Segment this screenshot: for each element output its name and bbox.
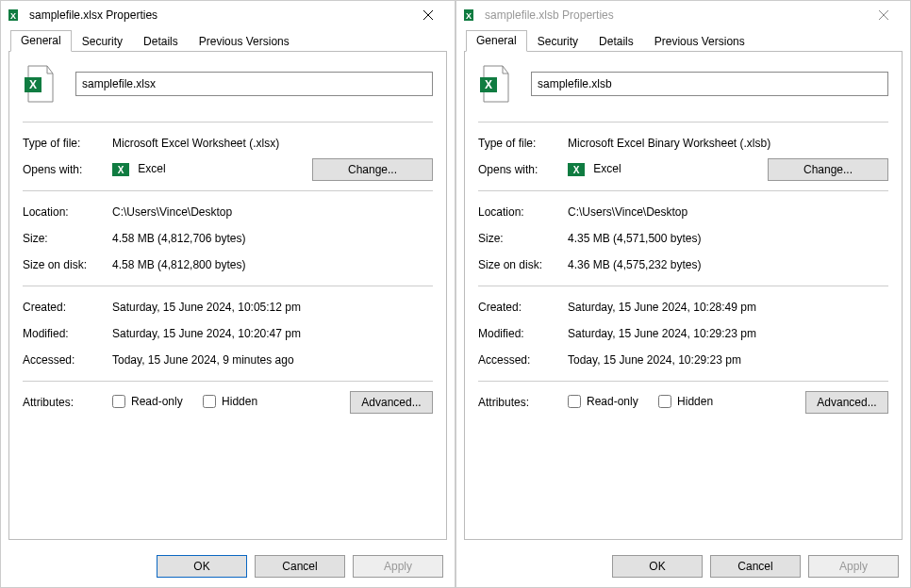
hidden-checkbox-label: Hidden (677, 394, 713, 409)
cancel-button[interactable]: Cancel (710, 555, 801, 578)
svg-text:X: X (29, 78, 37, 91)
opens-with-label: Opens with: (23, 162, 112, 177)
hidden-checkbox-input[interactable] (203, 395, 216, 408)
size-label: Size: (23, 231, 112, 246)
accessed-value: Today, 15 June 2024, 10:29:23 pm (568, 352, 888, 368)
close-icon (423, 10, 433, 20)
filename-input[interactable] (75, 72, 433, 96)
tab-general[interactable]: General (10, 30, 72, 52)
change-button[interactable]: Change... (312, 158, 433, 181)
tab-details[interactable]: Details (588, 31, 644, 52)
accessed-value: Today, 15 June 2024, 9 minutes ago (112, 352, 433, 368)
opens-with-label: Opens with: (478, 162, 568, 177)
tab-previous-versions[interactable]: Previous Versions (644, 31, 755, 52)
type-value: Microsoft Excel Worksheet (.xlsx) (112, 136, 433, 151)
attributes-label: Attributes: (23, 395, 112, 410)
tab-previous-versions[interactable]: Previous Versions (189, 31, 300, 52)
excel-file-icon: X (8, 8, 24, 23)
created-value: Saturday, 15 June 2024, 10:28:49 pm (568, 300, 888, 315)
change-button[interactable]: Change... (768, 158, 888, 181)
hidden-checkbox-label: Hidden (222, 394, 257, 409)
excel-document-icon: X (478, 65, 512, 103)
size-on-disk-value: 4.36 MB (4,575,232 bytes) (568, 257, 888, 272)
created-value: Saturday, 15 June 2024, 10:05:12 pm (112, 300, 433, 315)
attributes-label: Attributes: (478, 395, 568, 410)
type-label: Type of file: (478, 136, 568, 151)
tab-panel-general: X Type of file: Microsoft Excel Binary W… (464, 52, 903, 540)
window-title: samplefile.xlsx Properties (29, 8, 409, 22)
size-on-disk-label: Size on disk: (23, 257, 112, 272)
dialog-footer: OK Cancel Apply (456, 547, 910, 587)
ok-button[interactable]: OK (157, 555, 247, 578)
readonly-checkbox[interactable]: Read-only (568, 394, 638, 409)
opens-with-value: X Excel (112, 161, 312, 178)
tab-details[interactable]: Details (133, 31, 189, 52)
readonly-checkbox-label: Read-only (131, 394, 183, 409)
hidden-checkbox[interactable]: Hidden (203, 394, 257, 409)
tab-bar: General Security Details Previous Versio… (456, 29, 910, 52)
modified-label: Modified: (478, 326, 568, 341)
excel-app-icon: X (568, 161, 585, 178)
close-icon (879, 10, 888, 20)
dialog-footer: OK Cancel Apply (1, 547, 455, 587)
created-label: Created: (478, 300, 568, 315)
properties-dialog: X samplefile.xlsx Properties General Sec… (0, 0, 456, 588)
titlebar: X samplefile.xlsb Properties (456, 1, 910, 29)
close-button[interactable] (409, 2, 447, 28)
location-label: Location: (478, 204, 568, 220)
modified-value: Saturday, 15 June 2024, 10:29:23 pm (568, 326, 888, 341)
readonly-checkbox-input[interactable] (112, 395, 125, 408)
size-on-disk-value: 4.58 MB (4,812,800 bytes) (112, 257, 433, 272)
type-label: Type of file: (23, 136, 112, 151)
location-value: C:\Users\Vince\Desktop (112, 204, 433, 220)
excel-document-icon: X (23, 65, 57, 103)
cancel-button[interactable]: Cancel (255, 555, 345, 578)
type-value: Microsoft Excel Binary Worksheet (.xlsb) (568, 136, 888, 151)
hidden-checkbox-input[interactable] (658, 395, 671, 408)
excel-app-icon: X (112, 161, 129, 178)
hidden-checkbox[interactable]: Hidden (658, 394, 713, 409)
svg-text:X: X (466, 11, 472, 21)
modified-label: Modified: (23, 326, 112, 341)
accessed-label: Accessed: (23, 352, 112, 368)
close-button[interactable] (865, 2, 903, 28)
tab-bar: General Security Details Previous Versio… (1, 29, 455, 52)
tab-security[interactable]: Security (527, 31, 588, 52)
location-value: C:\Users\Vince\Desktop (568, 204, 888, 220)
svg-text:X: X (485, 78, 492, 91)
window-title: samplefile.xlsb Properties (485, 8, 865, 22)
modified-value: Saturday, 15 June 2024, 10:20:47 pm (112, 326, 433, 341)
size-label: Size: (478, 231, 568, 246)
filename-input[interactable] (531, 72, 888, 96)
tab-security[interactable]: Security (72, 31, 133, 52)
apply-button[interactable]: Apply (353, 555, 443, 578)
advanced-button[interactable]: Advanced... (350, 391, 433, 414)
svg-text:X: X (10, 11, 16, 21)
location-label: Location: (23, 204, 112, 220)
size-value: 4.35 MB (4,571,500 bytes) (568, 231, 888, 246)
readonly-checkbox-input[interactable] (568, 395, 581, 408)
properties-dialog: X samplefile.xlsb Properties General Sec… (456, 0, 911, 588)
accessed-label: Accessed: (478, 352, 568, 368)
opens-with-value: X Excel (568, 161, 768, 178)
tab-general[interactable]: General (466, 30, 527, 52)
ok-button[interactable]: OK (612, 555, 703, 578)
svg-text:X: X (573, 165, 580, 175)
size-on-disk-label: Size on disk: (478, 257, 568, 272)
titlebar: X samplefile.xlsx Properties (1, 1, 455, 29)
opens-with-app-name: Excel (593, 162, 621, 175)
size-value: 4.58 MB (4,812,706 bytes) (112, 231, 433, 246)
tab-panel-general: X Type of file: Microsoft Excel Workshee… (8, 52, 447, 540)
created-label: Created: (23, 300, 112, 315)
apply-button[interactable]: Apply (808, 555, 899, 578)
excel-file-icon: X (464, 8, 479, 23)
svg-text:X: X (118, 165, 124, 175)
opens-with-app-name: Excel (138, 162, 165, 175)
readonly-checkbox[interactable]: Read-only (112, 394, 183, 409)
advanced-button[interactable]: Advanced... (805, 391, 888, 414)
readonly-checkbox-label: Read-only (587, 394, 638, 409)
